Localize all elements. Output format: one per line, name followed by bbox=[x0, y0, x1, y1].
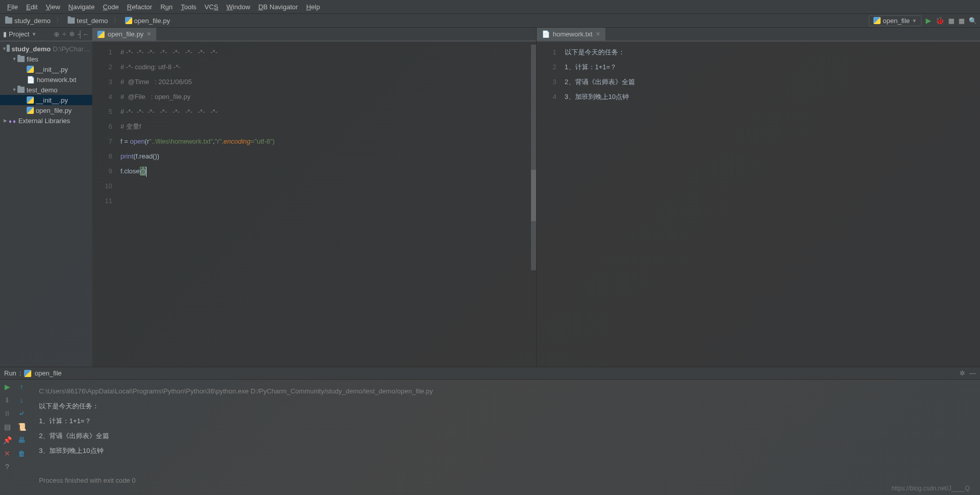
close-icon[interactable]: ✕ bbox=[596, 31, 600, 37]
layout-icon[interactable]: ▤ bbox=[4, 423, 11, 431]
menubar: File Edit View Navigate Code Refactor Ru… bbox=[0, 0, 980, 13]
breadcrumb-item[interactable]: test_demo bbox=[66, 16, 110, 26]
menu-file[interactable]: File bbox=[3, 1, 22, 13]
watermark: https://blog.csdn.net/J____Q bbox=[891, 485, 970, 492]
menu-dbnavigator[interactable]: DB Navigator bbox=[254, 1, 302, 13]
run-tab-label[interactable]: Run bbox=[4, 369, 16, 377]
python-file-icon bbox=[27, 66, 34, 73]
close-icon[interactable]: ✕ bbox=[147, 31, 151, 37]
tree-file[interactable]: 📄 homework.txt bbox=[0, 74, 92, 85]
menu-help[interactable]: Help bbox=[302, 1, 324, 13]
python-file-icon bbox=[97, 31, 105, 38]
chevron-down-icon: ▼ bbox=[912, 18, 917, 24]
folder-icon bbox=[17, 87, 25, 93]
navbar: study_demo 〉 test_demo 〉 open_file.py op… bbox=[0, 13, 980, 28]
tree-folder[interactable]: ▼ files bbox=[0, 54, 92, 64]
up-icon[interactable]: ↑ bbox=[20, 383, 24, 391]
tree-folder[interactable]: ▼ test_demo bbox=[0, 85, 92, 95]
tab-label: homework.txt bbox=[553, 30, 593, 38]
print-icon[interactable]: 🖶 bbox=[18, 436, 25, 444]
project-view-select[interactable]: ▮Project▼ bbox=[3, 30, 54, 38]
debug-button[interactable]: 🐞 bbox=[935, 16, 944, 25]
tree-root[interactable]: ▼ study_demoD:\PyChar… bbox=[0, 44, 92, 54]
rerun-icon[interactable]: ▶ bbox=[5, 383, 10, 391]
python-file-icon bbox=[27, 107, 34, 114]
line-number-gutter: 1234567891011 bbox=[92, 42, 120, 367]
menu-window[interactable]: Window bbox=[222, 1, 254, 13]
expand-all-icon[interactable]: ÷ bbox=[63, 30, 66, 38]
scrollbar[interactable] bbox=[531, 45, 536, 270]
search-icon[interactable]: 🔍 bbox=[969, 17, 977, 25]
run-config-label: open_file bbox=[34, 369, 62, 377]
tree-file[interactable]: open_file.py bbox=[0, 105, 92, 115]
run-config-name: open_file bbox=[883, 17, 910, 25]
scroll-icon[interactable]: 📜 bbox=[17, 423, 26, 431]
editor-tab[interactable]: open_file.py ✕ bbox=[92, 28, 156, 41]
run-configuration-select[interactable]: open_file ▼ bbox=[869, 15, 922, 26]
folder-icon bbox=[5, 17, 12, 24]
down-icon[interactable]: ↓ bbox=[20, 396, 24, 404]
gear-icon[interactable]: ✲ bbox=[69, 30, 75, 38]
python-file-icon bbox=[27, 96, 34, 104]
folder-icon bbox=[17, 56, 25, 62]
tab-label: open_file.py bbox=[108, 30, 144, 38]
library-icon: ⬧⬧ bbox=[8, 117, 16, 125]
python-file-icon bbox=[24, 370, 31, 377]
code-editor[interactable]: 1234 以下是今天的任务：1、计算：1+1=？2、背诵《出师表》全篇3、加班到… bbox=[537, 42, 981, 367]
breadcrumb-item[interactable]: study_demo bbox=[3, 16, 53, 26]
help-icon[interactable]: ? bbox=[5, 463, 9, 471]
hide-icon[interactable]: ┤← bbox=[78, 30, 89, 38]
menu-refactor[interactable]: Refactor bbox=[123, 1, 156, 13]
stop-down-icon[interactable]: ⬇ bbox=[4, 396, 10, 404]
project-tree[interactable]: ▼ study_demoD:\PyChar… ▼ files __init__.… bbox=[0, 42, 92, 367]
text-file-icon: 📄 bbox=[542, 30, 550, 38]
menu-navigate[interactable]: Navigate bbox=[64, 1, 98, 13]
project-toolwindow: ▮Project▼ ⊕ ÷ ✲ ┤← ▼ study_demoD:\PyChar… bbox=[0, 28, 92, 367]
python-file-icon bbox=[125, 17, 132, 24]
close-icon[interactable]: ✕ bbox=[4, 449, 10, 458]
locate-icon[interactable]: ⊕ bbox=[54, 30, 59, 38]
text-file-icon: 📄 bbox=[27, 76, 35, 84]
toolbar-icon[interactable]: ▦ bbox=[958, 17, 965, 25]
folder-icon bbox=[7, 46, 10, 52]
hide-icon[interactable]: — bbox=[969, 369, 976, 377]
tree-external-libraries[interactable]: ▶⬧⬧ External Libraries bbox=[0, 115, 92, 126]
editor-tab[interactable]: 📄 homework.txt ✕ bbox=[537, 28, 605, 41]
pin-icon[interactable]: 📌 bbox=[3, 436, 12, 444]
console-output[interactable]: C:\Users\86176\AppData\Local\Programs\Py… bbox=[29, 380, 980, 495]
breadcrumb: study_demo 〉 test_demo 〉 open_file.py bbox=[3, 16, 869, 26]
tree-file[interactable]: __init__.py bbox=[0, 64, 92, 74]
gear-icon[interactable]: ✲ bbox=[959, 369, 965, 377]
menu-run[interactable]: Run bbox=[156, 1, 177, 13]
run-toolwindow: Run: open_file ✲ — ▶ ⬇ ⏸ ▤ 📌 ✕ ? ↑ ↓ bbox=[0, 367, 980, 495]
menu-view[interactable]: View bbox=[42, 1, 64, 13]
menu-code[interactable]: Code bbox=[99, 1, 123, 13]
menu-tools[interactable]: Tools bbox=[177, 1, 200, 13]
run-button[interactable]: ▶ bbox=[926, 16, 931, 25]
tree-file[interactable]: __init__.py bbox=[0, 95, 92, 105]
trash-icon[interactable]: 🗑 bbox=[18, 449, 25, 458]
breadcrumb-item[interactable]: open_file.py bbox=[123, 16, 172, 26]
code-editor[interactable]: 1234567891011 # -*- -*- -*- -*- -*- -*- … bbox=[92, 42, 536, 367]
toolbar-icon[interactable]: ▦ bbox=[948, 17, 954, 25]
menu-vcs[interactable]: VCS bbox=[200, 1, 222, 13]
line-number-gutter: 1234 bbox=[537, 42, 565, 367]
folder-icon bbox=[68, 17, 75, 24]
pause-icon[interactable]: ⏸ bbox=[4, 409, 11, 418]
wrap-icon[interactable]: ⤶ bbox=[18, 409, 25, 418]
python-file-icon bbox=[873, 17, 881, 24]
menu-edit[interactable]: Edit bbox=[22, 1, 42, 13]
